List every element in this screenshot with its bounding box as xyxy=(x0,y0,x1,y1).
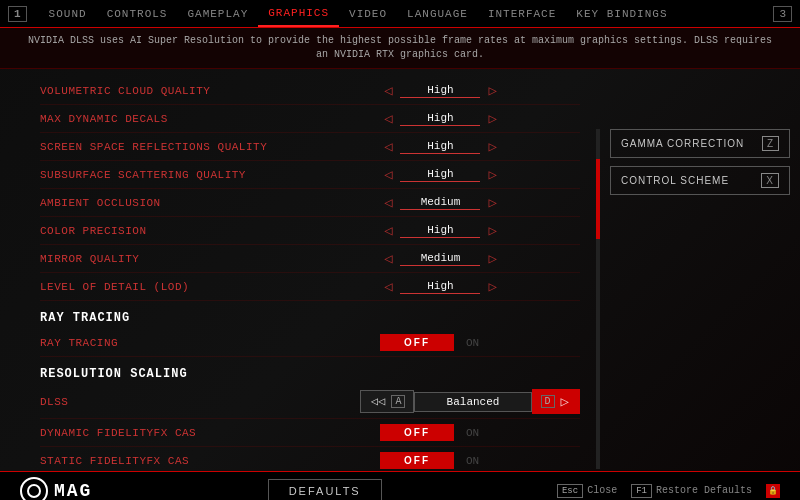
setting-control: ◁ High ▷ xyxy=(380,278,580,295)
scroll-thumb xyxy=(596,159,600,239)
ray-tracing-on-label: ON xyxy=(466,337,479,349)
setting-name: Volumetric Cloud Quality xyxy=(40,85,380,97)
setting-name: Max Dynamic Decals xyxy=(40,113,380,125)
bottom-actions: Esc Close F1 Restore Defaults 🔒 xyxy=(557,484,780,498)
setting-name: Mirror Quality xyxy=(40,253,380,265)
nav-bar: 1 SOUND CONTROLS GAMEPLAY GRAPHICS VIDEO… xyxy=(0,0,800,28)
gamma-correction-button[interactable]: Gamma Correction Z xyxy=(610,129,790,158)
resolution-section-header: Resolution Scaling xyxy=(40,357,580,385)
setting-mirror-quality: Mirror Quality ◁ Medium ▷ xyxy=(40,245,580,273)
setting-control: ◁ High ▷ xyxy=(380,110,580,127)
setting-name: Screen Space Reflections Quality xyxy=(40,141,380,153)
dlss-value: Balanced xyxy=(414,392,531,412)
setting-subsurface-scattering: Subsurface Scattering Quality ◁ High ▷ xyxy=(40,161,580,189)
arrow-left[interactable]: ◁ xyxy=(380,194,396,211)
arrow-right[interactable]: ▷ xyxy=(484,138,500,155)
tab-gameplay[interactable]: GAMEPLAY xyxy=(177,0,258,27)
gamma-correction-label: Gamma Correction xyxy=(621,138,744,149)
setting-control: ◁ Medium ▷ xyxy=(380,250,580,267)
setting-control: ◁ High ▷ xyxy=(380,166,580,183)
setting-name: Static FidelityFX CAS xyxy=(40,455,380,467)
bottom-bar: MAG DEFAULTS Esc Close F1 Restore Defaul… xyxy=(0,471,800,500)
logo-text: MAG xyxy=(54,481,92,501)
tab-language[interactable]: LANGUAGE xyxy=(397,0,478,27)
right-sidebar: Gamma Correction Z Control Scheme X xyxy=(600,69,800,471)
arrow-right[interactable]: ▷ xyxy=(484,250,500,267)
setting-control: OFF ON xyxy=(380,452,580,469)
arrow-right[interactable]: ▷ xyxy=(484,194,500,211)
setting-name: Color Precision xyxy=(40,225,380,237)
gamma-correction-key: Z xyxy=(762,136,779,151)
dlss-key-a: A xyxy=(391,395,405,408)
control-scheme-button[interactable]: Control Scheme X xyxy=(610,166,790,195)
arrow-right[interactable]: ▷ xyxy=(484,82,500,99)
dlss-control: ◁◁ A Balanced D ▷ xyxy=(360,389,580,414)
close-label: Close xyxy=(587,485,617,496)
setting-color-precision: Color Precision ◁ High ▷ xyxy=(40,217,580,245)
ray-tracing-section-header: Ray Tracing xyxy=(40,301,580,329)
setting-control: ◁ High ▷ xyxy=(380,82,580,99)
setting-control: OFF ON xyxy=(380,424,580,441)
setting-ray-tracing: Ray Tracing OFF ON xyxy=(40,329,580,357)
setting-value: High xyxy=(400,223,480,238)
setting-dlss: DLSS ◁◁ A Balanced D ▷ xyxy=(40,385,580,419)
setting-static-fidelityfx: Static FidelityFX CAS OFF ON xyxy=(40,447,580,471)
dlss-right: D ▷ xyxy=(532,389,580,414)
arrow-right[interactable]: ▷ xyxy=(484,166,500,183)
tab-sound[interactable]: SOUND xyxy=(39,0,97,27)
setting-dynamic-fidelityfx: Dynamic FidelityFX CAS OFF ON xyxy=(40,419,580,447)
f1-key: F1 xyxy=(631,484,652,498)
nav-right-number: 3 xyxy=(773,6,792,22)
arrow-left[interactable]: ◁ xyxy=(380,82,396,99)
arrow-left[interactable]: ◁ xyxy=(380,278,396,295)
static-fidelityfx-toggle[interactable]: OFF xyxy=(380,452,454,469)
on-label: ON xyxy=(466,427,479,439)
arrow-left[interactable]: ◁ xyxy=(380,250,396,267)
main-content: Volumetric Cloud Quality ◁ High ▷ Max Dy… xyxy=(0,69,800,471)
arrow-right[interactable]: ▷ xyxy=(484,278,500,295)
setting-ambient-occlusion: Ambient Occlusion ◁ Medium ▷ xyxy=(40,189,580,217)
setting-name: Dynamic FidelityFX CAS xyxy=(40,427,380,439)
arrow-left[interactable]: ◁ xyxy=(380,166,396,183)
arrow-left[interactable]: ◁ xyxy=(380,222,396,239)
dlss-key-d: D xyxy=(541,395,555,408)
dlss-left: ◁◁ A xyxy=(360,390,414,413)
ray-tracing-toggle[interactable]: OFF xyxy=(380,334,454,351)
control-scheme-label: Control Scheme xyxy=(621,175,729,186)
setting-lod: Level of Detail (LOD) ◁ High ▷ xyxy=(40,273,580,301)
dlss-arrow-right[interactable]: ▷ xyxy=(557,393,573,410)
tab-controls[interactable]: CONTROLS xyxy=(97,0,178,27)
tab-video[interactable]: VIDEO xyxy=(339,0,397,27)
restore-defaults-label: Restore Defaults xyxy=(656,485,752,496)
lock-action: 🔒 xyxy=(766,484,780,498)
setting-value: High xyxy=(400,83,480,98)
arrow-right[interactable]: ▷ xyxy=(484,110,500,127)
setting-screen-space-reflections: Screen Space Reflections Quality ◁ High … xyxy=(40,133,580,161)
on-label: ON xyxy=(466,455,479,467)
esc-key: Esc xyxy=(557,484,583,498)
setting-name: Ray Tracing xyxy=(40,337,380,349)
dlss-arrow-left[interactable]: ◁◁ xyxy=(367,394,389,409)
tab-graphics[interactable]: GRAPHICS xyxy=(258,0,339,27)
arrow-left[interactable]: ◁ xyxy=(380,110,396,127)
setting-value: High xyxy=(400,167,480,182)
setting-name: Subsurface Scattering Quality xyxy=(40,169,380,181)
arrow-left[interactable]: ◁ xyxy=(380,138,396,155)
info-banner: NVIDIA DLSS uses AI Super Resolution to … xyxy=(0,28,800,69)
logo-icon xyxy=(20,477,48,501)
setting-volumetric-cloud: Volumetric Cloud Quality ◁ High ▷ xyxy=(40,77,580,105)
settings-panel[interactable]: Volumetric Cloud Quality ◁ High ▷ Max Dy… xyxy=(0,69,600,471)
tab-interface[interactable]: INTERFACE xyxy=(478,0,566,27)
arrow-right[interactable]: ▷ xyxy=(484,222,500,239)
scroll-track[interactable] xyxy=(596,129,600,469)
nav-left-number: 1 xyxy=(8,6,27,22)
setting-value: High xyxy=(400,111,480,126)
dynamic-fidelityfx-toggle[interactable]: OFF xyxy=(380,424,454,441)
setting-name: DLSS xyxy=(40,396,360,408)
tab-keybindings[interactable]: KEY BINDINGS xyxy=(566,0,677,27)
setting-name: Level of Detail (LOD) xyxy=(40,281,380,293)
logo: MAG xyxy=(20,477,92,501)
defaults-button[interactable]: DEFAULTS xyxy=(268,479,382,501)
control-scheme-key: X xyxy=(761,173,779,188)
setting-value: High xyxy=(400,279,480,294)
